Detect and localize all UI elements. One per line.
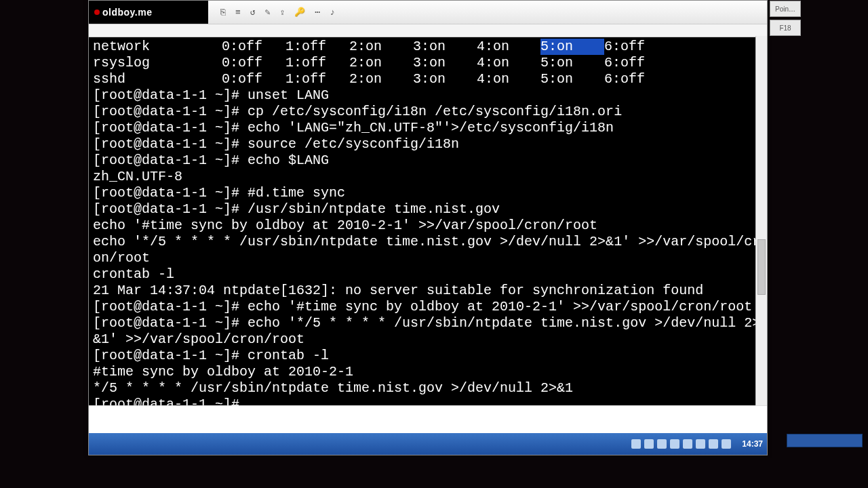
prompt-line: [root@data-1-1 ~]# cp /etc/sysconfig/i18… (93, 104, 764, 120)
output-line: echo '*/5 * * * * /usr/sbin/ntpdate time… (93, 234, 764, 266)
tray-icon[interactable] (696, 439, 705, 449)
prompt-line: [root@data-1-1 ~]# echo '*/5 * * * * /us… (93, 315, 764, 348)
runlevel-3: 3:on (413, 39, 477, 55)
service-row: rsyslog0:off1:off2:on3:on4:on5:on6:off (93, 55, 764, 71)
service-row: network0:off1:off2:on3:on4:on5:on6:off (93, 39, 764, 55)
prompt-line: [root@data-1-1 ~]# crontab -l (93, 348, 764, 364)
output-line: zh_CN.UTF-8 (93, 169, 764, 185)
status-bar (89, 405, 767, 432)
runlevel-4: 4:on (477, 55, 540, 71)
right-controls: Poin… F18 (770, 1, 804, 39)
toolbar-icon-0[interactable]: ⎘ (220, 7, 226, 18)
tray-icon[interactable] (657, 439, 667, 449)
titlebar: oldboy.me ⎘≡↺✎⇪🔑⋯♪ (89, 1, 767, 24)
output-line: echo '#time sync by oldboy at 2010-2-1' … (93, 218, 764, 234)
tab-strip (89, 24, 767, 37)
toolbar-icon-6[interactable]: ⋯ (315, 7, 320, 18)
scrollbar-thumb[interactable] (757, 239, 766, 295)
logo-dot-icon (94, 9, 100, 15)
runlevel-1: 1:off (285, 55, 349, 71)
taskbar: 14:37 (89, 433, 767, 455)
service-name: sshd (93, 71, 222, 87)
toolbar-icon-1[interactable]: ≡ (235, 7, 241, 18)
side-widget[interactable] (787, 434, 863, 447)
runlevel-6: 6:off (604, 55, 668, 71)
service-name: network (93, 39, 222, 55)
runlevel-5: 5:on (540, 39, 604, 55)
prompt-line: [root@data-1-1 ~]# #d.time sync (93, 185, 764, 201)
prompt-line: [root@data-1-1 ~]# source /etc/sysconfig… (93, 136, 764, 152)
desktop: Poin… F18 oldboy.me ⎘≡↺✎⇪🔑⋯♪ network0:of… (0, 0, 868, 488)
prompt-line: [root@data-1-1 ~]# /usr/sbin/ntpdate tim… (93, 201, 764, 218)
service-row: sshd0:off1:off2:on3:on4:on5:on6:off (93, 71, 764, 87)
toolbar-icon-2[interactable]: ↺ (250, 7, 256, 18)
toolbar-icon-7[interactable]: ♪ (330, 7, 335, 18)
logo: oldboy.me (89, 1, 208, 24)
runlevel-4: 4:on (477, 71, 540, 87)
tray-icon[interactable] (644, 439, 654, 449)
taskbar-clock: 14:37 (742, 439, 763, 449)
toolbar: ⎘≡↺✎⇪🔑⋯♪ (208, 7, 767, 18)
runlevel-6: 6:off (604, 39, 668, 55)
logo-text: oldboy.me (102, 7, 152, 18)
terminal-window: Poin… F18 oldboy.me ⎘≡↺✎⇪🔑⋯♪ network0:of… (88, 0, 768, 455)
prompt-line: [root@data-1-1 ~]# echo 'LANG="zh_CN.UTF… (93, 120, 764, 136)
runlevel-0: 0:off (222, 39, 285, 55)
control-points[interactable]: Poin… (770, 1, 801, 17)
runlevel-3: 3:on (413, 55, 477, 71)
runlevel-0: 0:off (222, 55, 285, 71)
tray-icon[interactable] (670, 439, 679, 449)
runlevel-2: 2:on (349, 71, 413, 87)
runlevel-5: 5:on (540, 71, 604, 87)
runlevel-6: 6:off (604, 71, 668, 87)
system-tray[interactable] (631, 439, 731, 449)
output-line: */5 * * * * /usr/sbin/ntpdate time.nist.… (93, 380, 764, 396)
output-line: crontab -l (93, 266, 764, 283)
tray-icon[interactable] (722, 439, 731, 449)
runlevel-0: 0:off (222, 71, 285, 87)
runlevel-2: 2:on (349, 55, 413, 71)
runlevel-5: 5:on (540, 55, 604, 71)
terminal-output[interactable]: network0:off1:off2:on3:on4:on5:on6:offrs… (89, 37, 767, 414)
toolbar-icon-4[interactable]: ⇪ (279, 7, 285, 18)
toolbar-icon-3[interactable]: ✎ (265, 7, 271, 18)
tray-icon[interactable] (683, 439, 692, 449)
runlevel-3: 3:on (413, 71, 477, 87)
runlevel-4: 4:on (477, 39, 540, 55)
prompt-line: [root@data-1-1 ~]# unset LANG (93, 87, 764, 104)
runlevel-1: 1:off (285, 39, 349, 55)
prompt-line: [root@data-1-1 ~]# echo '#time sync by o… (93, 299, 764, 315)
control-f18[interactable]: F18 (770, 20, 801, 36)
scrollbar[interactable] (755, 36, 767, 414)
service-name: rsyslog (93, 55, 222, 71)
runlevel-1: 1:off (285, 71, 349, 87)
output-line: 21 Mar 14:37:04 ntpdate[1632]: no server… (93, 283, 764, 299)
tray-icon[interactable] (631, 439, 641, 449)
runlevel-2: 2:on (349, 39, 413, 55)
tray-icon[interactable] (709, 439, 718, 449)
toolbar-icon-5[interactable]: 🔑 (294, 7, 305, 18)
prompt-line: [root@data-1-1 ~]# echo $LANG (93, 152, 764, 169)
output-line: #time sync by oldboy at 2010-2-1 (93, 364, 764, 380)
